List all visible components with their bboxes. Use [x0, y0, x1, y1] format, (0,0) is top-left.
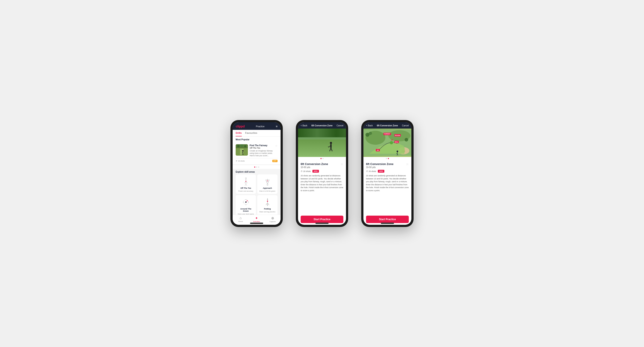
drill-meta-row-3: ⏱ 20 shots ARG [366, 170, 409, 173]
nav-capture[interactable]: ⊕ Capture [265, 216, 280, 223]
dot-3[interactable] [258, 167, 259, 168]
activities-icon: ✦ [255, 216, 258, 220]
svg-point-25 [248, 202, 249, 203]
skill-name-approach: Approach [263, 187, 272, 189]
detail-header-3: < Back 6ft Conversion Zone Cancel [364, 122, 412, 129]
capture-icon: ⊕ [271, 216, 274, 220]
drill-meta-row-2: ⏱ 20 shots ARG [301, 170, 343, 173]
drill-desc: Create an imaginary fairway using trees … [250, 150, 274, 157]
skill-desc-ott: Power and accuracy [238, 190, 253, 192]
skill-desc-atg: Hone your short game [238, 213, 254, 214]
drill-title-2: 6ft Conversion Zone [301, 162, 328, 166]
hamburger-icon[interactable]: ≡ [276, 125, 278, 128]
svg-point-38 [330, 142, 332, 144]
skill-desc-approach: Dial-in to hit the green [260, 190, 275, 192]
drill-subtitle: Off The Tee [250, 147, 274, 149]
nav-activities[interactable]: ✦ Activities [248, 216, 264, 223]
svg-point-63 [369, 132, 372, 135]
svg-point-19 [267, 184, 268, 185]
skill-desc-putting: Make and lag practice [260, 211, 275, 213]
drill-description-3: 20 shots are randomly generated at dista… [366, 174, 409, 192]
svg-point-24 [246, 199, 246, 200]
clock-icon: ⏱ [236, 160, 238, 162]
cancel-button-3[interactable]: Cancel [402, 124, 409, 127]
svg-point-27 [243, 202, 244, 203]
drill-tag: OTT [272, 160, 278, 162]
start-practice-button-3[interactable]: Start Practice [366, 216, 409, 223]
tag-arg-2: ARG [312, 170, 319, 173]
drill-title-3: 6ft Conversion Zone [366, 162, 394, 166]
drill-card-find-fairway[interactable]: Find The Fairway Off The Tee Create an i… [232, 142, 280, 164]
svg-text:Miss: Miss [395, 141, 398, 143]
svg-line-36 [266, 203, 267, 205]
phones-container: clippd Practice ≡ Drills Favourites Most… [230, 120, 414, 227]
dot-1[interactable] [254, 167, 255, 168]
img-dot-1[interactable] [320, 158, 322, 159]
drill-star[interactable]: ☆ [275, 144, 278, 147]
tag-arg-3: ARG [378, 170, 384, 173]
back-button-2[interactable]: < Back [301, 124, 308, 127]
img-dot-3-1[interactable] [386, 158, 387, 159]
phone-2: < Back 6ft Conversion Zone Cancel [296, 120, 348, 227]
shots-info-2: ⏱ 20 shots [301, 170, 311, 172]
drill-meta: ⏱ 10 shots OTT [236, 158, 278, 162]
svg-point-7 [242, 150, 244, 151]
svg-text:ROUGH: ROUGH [395, 135, 400, 136]
svg-text:FAIRWAY: FAIRWAY [384, 133, 390, 135]
image-dots-2 [298, 157, 346, 160]
screen-content: Most Popular [232, 137, 280, 214]
detail-header-2: < Back 6ft Conversion Zone Cancel [298, 122, 346, 129]
nav-home[interactable]: ⌂ Home [232, 216, 248, 223]
drill-yardage-2: 10-50 yds [301, 166, 328, 168]
ott-icon [241, 177, 251, 186]
clock-icon-2: ⏱ [301, 170, 302, 172]
phone-1: clippd Practice ≡ Drills Favourites Most… [230, 120, 283, 227]
nav-capture-label: Capture [270, 221, 276, 223]
cancel-button-2[interactable]: Cancel [336, 124, 343, 127]
svg-point-45 [366, 131, 386, 145]
app-logo: clippd [236, 124, 244, 128]
detail-star-3[interactable]: ☆ [406, 162, 409, 166]
fairway-bg [298, 139, 346, 157]
home-icon: ⌂ [240, 216, 242, 220]
drill-yardage-3: 10-50 yds [366, 166, 394, 168]
svg-point-57 [396, 151, 398, 152]
app-header: clippd Practice ≡ [232, 122, 280, 130]
tab-favourites[interactable]: Favourites [245, 130, 258, 136]
tab-drills[interactable]: Drills [236, 130, 242, 136]
detail-title-2: 6ft Conversion Zone [312, 124, 333, 127]
dot-2[interactable] [256, 167, 257, 168]
explore-title: Explore skill areas [232, 169, 280, 174]
most-popular-title: Most Popular [232, 137, 280, 142]
phone-3-screen: < Back 6ft Conversion Zone Cancel SAND [364, 122, 412, 225]
detail-content-2: 6ft Conversion Zone 10-50 yds ☆ ⏱ 20 sho… [298, 160, 346, 214]
phone-1-notch [250, 223, 263, 224]
svg-rect-2 [236, 148, 248, 148]
skill-card-approach[interactable]: Approach Dial-in to hit the green [257, 174, 278, 194]
img-dot-2[interactable] [322, 158, 324, 159]
svg-line-31 [244, 202, 246, 203]
skill-name-atg: Around The Green [238, 208, 254, 212]
svg-point-65 [390, 141, 393, 144]
skill-name-putting: Putting [264, 208, 271, 210]
svg-point-16 [246, 181, 246, 182]
app-header-title: Practice [256, 125, 265, 128]
svg-line-21 [267, 181, 268, 182]
skill-card-ott[interactable]: Off The Tee Power and accuracy [236, 174, 256, 194]
skill-card-atg[interactable]: Around The Green Hone your short game [236, 195, 256, 214]
drill-info: Find The Fairway Off The Tee Create an i… [250, 144, 274, 157]
svg-point-26 [246, 204, 246, 205]
svg-line-17 [245, 184, 246, 186]
start-practice-button-2[interactable]: Start Practice [301, 216, 343, 223]
drill-thumbnail [236, 144, 248, 156]
svg-line-40 [330, 148, 331, 151]
back-button-3[interactable]: < Back [366, 124, 373, 127]
svg-point-12 [245, 178, 246, 179]
svg-line-42 [329, 146, 330, 147]
skill-card-putting[interactable]: Putting Make and lag practice [257, 195, 278, 214]
golfer-svg [328, 142, 334, 153]
detail-star-2[interactable]: ☆ [340, 162, 343, 166]
img-dot-3-2[interactable] [388, 158, 389, 159]
carousel-dots [232, 165, 280, 169]
drill-description-2: 20 shots are randomly generated at dista… [301, 174, 343, 192]
